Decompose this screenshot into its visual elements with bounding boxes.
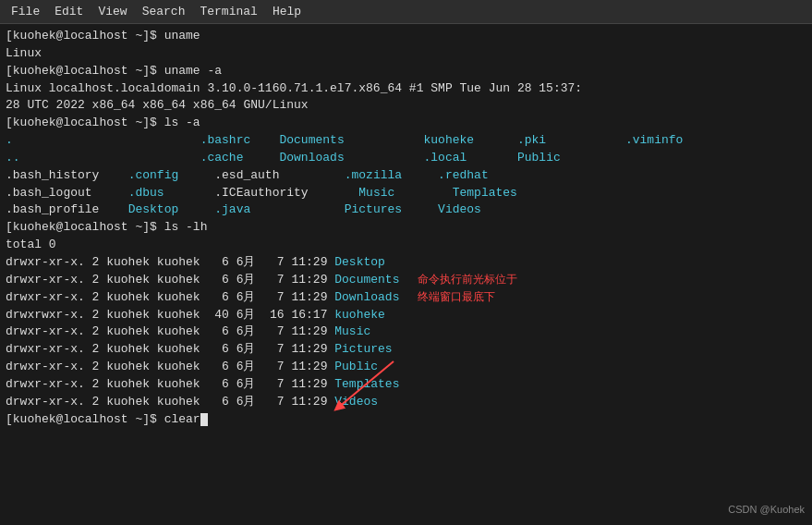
terminal-prompt-line: [kuohek@localhost ~]$ clear [6,411,806,429]
menu-view[interactable]: View [91,3,134,20]
terminal-line: .bash_logout .dbus .ICEauthority Music T… [6,185,806,202]
window: File Edit View Search Terminal Help [kuo… [0,0,812,525]
menu-edit[interactable]: Edit [47,3,91,20]
terminal-line: drwxr-xr-x. 2 kuohek kuohek 6 6月 7 11:29… [6,254,806,272]
terminal-line: [kuohek@localhost ~]$ uname -a [6,63,806,80]
terminal-line: drwxr-xr-x. 2 kuohek kuohek 6 6月 7 11:29… [6,324,806,341]
terminal-line: drwxr-xr-x. 2 kuohek kuohek 6 6月 7 11:29… [6,289,806,307]
terminal-line: Linux localhost.localdomain 3.10.0-1160.… [6,80,806,98]
terminal-line: drwxrwxr-x. 2 kuohek kuohek 40 6月 16 16:… [6,307,806,324]
menu-file[interactable]: File [4,3,47,20]
arrow-annotation [310,357,421,412]
terminal-line: [kuohek@localhost ~]$ ls -a [6,115,806,132]
menu-search[interactable]: Search [135,3,193,20]
terminal-line: .bash_history .config .esd_auth .mozilla… [6,167,806,185]
terminal-line: drwxr-xr-x. 2 kuohek kuohek 6 6月 7 11:29… [6,272,806,289]
cursor [200,413,208,426]
terminal-line: .bash_profile Desktop .java Pictures Vid… [6,201,806,219]
terminal-line: [kuohek@localhost ~]$ ls -lh [6,219,806,237]
watermark: CSDN @Kuohek [728,503,805,518]
terminal-line: 28 UTC 2022 x86_64 x86_64 x86_64 GNU/Lin… [6,97,806,115]
menubar: File Edit View Search Terminal Help [0,0,812,24]
terminal-line: . .bashrc Documents kuoheke .pki .viminf… [6,132,806,150]
menu-terminal[interactable]: Terminal [192,3,264,20]
terminal-line: [kuohek@localhost ~]$ uname [6,28,806,45]
terminal-line: total 0 [6,237,806,254]
terminal-line: Linux [6,45,806,63]
terminal[interactable]: [kuohek@localhost ~]$ uname Linux [kuohe… [0,24,812,525]
terminal-line: .. .cache Downloads .local Public [6,150,806,167]
menu-help[interactable]: Help [265,3,309,20]
